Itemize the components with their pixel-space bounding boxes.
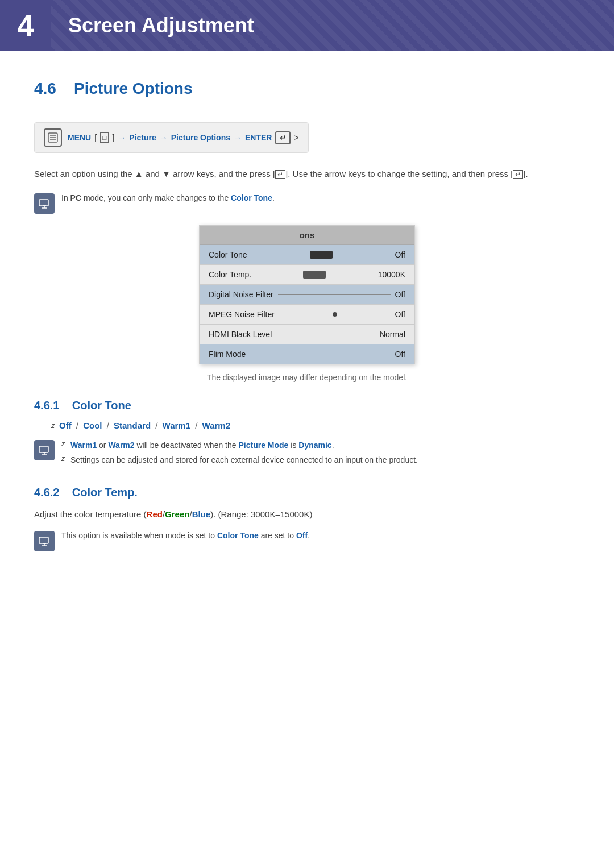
- menu-path: MENU [ □ ] → Picture → Picture Options →…: [34, 122, 309, 153]
- subsection-461-heading: Color Tone: [72, 399, 131, 412]
- menu-screenshot-container: ons Color Tone Off Color Temp. 10000K Di…: [34, 225, 580, 364]
- menu-item-flim-mode: Flim Mode Off: [200, 344, 414, 364]
- menu-label: MENU: [68, 133, 91, 142]
- menu-item-color-tone: Color Tone Off: [200, 245, 414, 265]
- header-banner: 4 Screen Adjustment: [0, 0, 614, 51]
- section-number: 4.6: [34, 80, 56, 97]
- notes-list: z Warm1 or Warm2 will be deactivated whe…: [61, 439, 418, 469]
- menu-picture: Picture: [129, 133, 156, 142]
- color-tone-options: z Off / Cool / Standard / Warm1 / Warm2: [51, 421, 580, 430]
- menu-screenshot-header: ons: [200, 226, 414, 245]
- color-temp-note: This option is available when mode is se…: [34, 530, 580, 551]
- color-temp-note-text: This option is available when mode is se…: [61, 530, 310, 542]
- menu-item-color-temp: Color Temp. 10000K: [200, 265, 414, 285]
- option-standard: Standard: [114, 421, 151, 430]
- screenshot-caption: The displayed image may differ depending…: [34, 373, 580, 382]
- pc-mode-note: In PC mode, you can only make changes to…: [34, 192, 580, 214]
- subsection-461-number: 4.6.1: [34, 399, 59, 412]
- chapter-number: 4: [0, 0, 51, 51]
- menu-screenshot: ons Color Tone Off Color Temp. 10000K Di…: [199, 225, 415, 364]
- note-icon: [34, 193, 55, 214]
- svg-rect-8: [39, 446, 48, 452]
- section-heading: Picture Options: [74, 80, 192, 97]
- option-warm1: Warm1: [163, 421, 190, 430]
- subsection-461-title: 4.6.1 Color Tone: [34, 399, 580, 412]
- subsection-462-heading: Color Temp.: [72, 486, 138, 499]
- option-cool: Cool: [83, 421, 102, 430]
- header-title: Screen Adjustment: [51, 14, 254, 38]
- color-tone-notes: z Warm1 or Warm2 will be deactivated whe…: [34, 439, 580, 469]
- pc-mode-text: In PC mode, you can only make changes to…: [61, 192, 275, 204]
- svg-rect-12: [39, 537, 48, 543]
- note-icon-2: [34, 440, 55, 460]
- menu-item-digital-noise: Digital Noise Filter Off: [200, 285, 414, 305]
- note-item-1: z Warm1 or Warm2 will be deactivated whe…: [61, 439, 418, 451]
- menu-picture-options: Picture Options: [171, 133, 230, 142]
- note-item-2: z Settings can be adjusted and stored fo…: [61, 454, 418, 466]
- subsection-462-title: 4.6.2 Color Temp.: [34, 486, 580, 499]
- option-off: Off: [59, 421, 72, 430]
- menu-icon: [44, 128, 62, 147]
- main-content: 4.6 Picture Options MENU [ □ ] → Picture…: [0, 51, 614, 868]
- svg-rect-4: [39, 200, 48, 206]
- instruction-text: Select an option using the ▲ and ▼ arrow…: [34, 167, 580, 181]
- menu-item-mpeg-noise: MPEG Noise Filter Off: [200, 305, 414, 325]
- menu-item-hdmi: HDMI Black Level Normal: [200, 325, 414, 344]
- enter-icon: ↵: [275, 131, 291, 144]
- note-icon-3: [34, 531, 55, 551]
- option-warm2: Warm2: [202, 421, 230, 430]
- section-461: 4.6.1 Color Tone z Off / Cool / Standard…: [34, 399, 580, 469]
- color-temp-body: Adjust the color temperature (Red/Green/…: [34, 508, 580, 521]
- subsection-462-number: 4.6.2: [34, 486, 59, 499]
- section-title: 4.6 Picture Options: [34, 80, 580, 102]
- section-462: 4.6.2 Color Temp. Adjust the color tempe…: [34, 486, 580, 551]
- menu-enter: ENTER: [245, 133, 272, 142]
